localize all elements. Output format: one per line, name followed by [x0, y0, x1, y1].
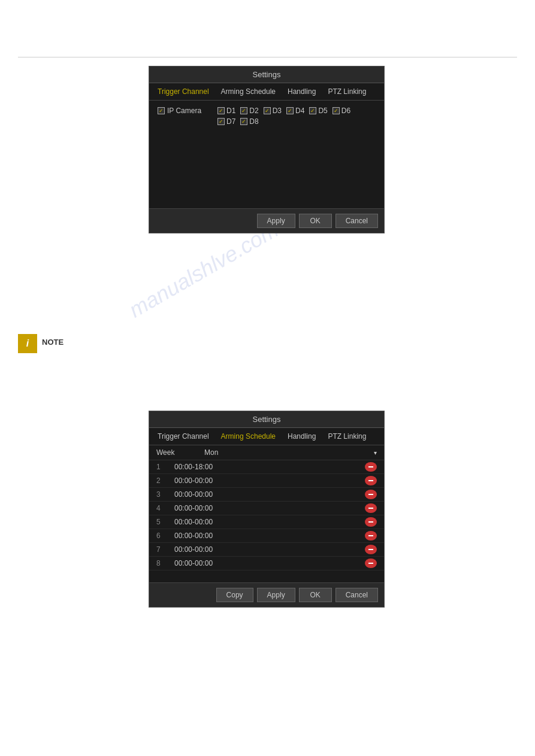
row-3-delete[interactable]	[365, 490, 377, 499]
d5-label: D5	[318, 107, 327, 115]
channel-d2: D2	[240, 107, 258, 115]
panel2-content: Week Mon ▾ 1 00:00-18:00 2 00:00-00:00 3…	[149, 445, 384, 582]
panel1-tabs: Trigger Channel Arming Schedule Handling…	[149, 83, 384, 101]
channel-d4: D4	[286, 107, 304, 115]
row-1-time[interactable]: 00:00-18:00	[174, 463, 365, 471]
row-3-num: 3	[156, 490, 174, 499]
tab-handling[interactable]: Handling	[285, 86, 318, 97]
ip-camera-row: IP Camera D1 D2 D3 D4	[158, 107, 376, 115]
schedule-row-1: 1 00:00-18:00	[149, 460, 384, 474]
row-6-time[interactable]: 00:00-00:00	[174, 532, 365, 540]
channel-d8: D8	[240, 117, 258, 126]
spacer	[149, 570, 384, 582]
panel2-tabs: Trigger Channel Arming Schedule Handling…	[149, 428, 384, 445]
d8-checkbox[interactable]	[240, 118, 247, 125]
row-8-time[interactable]: 00:00-00:00	[174, 559, 365, 567]
panel2-ok-button[interactable]: OK	[299, 588, 332, 602]
row-2-num: 2	[156, 476, 174, 485]
ip-camera-label: IP Camera	[158, 107, 211, 115]
panel1-title: Settings	[149, 66, 384, 83]
panel1-ok-button[interactable]: OK	[299, 214, 332, 228]
channel-checkboxes: D1 D2 D3 D4 D5	[217, 107, 350, 115]
tab-trigger-channel[interactable]: Trigger Channel	[155, 86, 211, 97]
schedule-row-3: 3 00:00-00:00	[149, 488, 384, 502]
d5-checkbox[interactable]	[309, 107, 316, 114]
row-1-num: 1	[156, 463, 174, 471]
d2-label: D2	[249, 107, 258, 115]
schedule-row-2: 2 00:00-00:00	[149, 474, 384, 488]
panel1-footer: Apply OK Cancel	[149, 208, 384, 233]
schedule-row-5: 5 00:00-00:00	[149, 515, 384, 529]
panel2-footer: Copy Apply OK Cancel	[149, 582, 384, 607]
tab2-arming-schedule[interactable]: Arming Schedule	[219, 431, 278, 442]
panel2-copy-button[interactable]: Copy	[216, 588, 253, 602]
ip-camera-checkbox[interactable]	[158, 107, 165, 114]
week-label: Week	[156, 448, 204, 457]
tab-ptz-linking[interactable]: PTZ Linking	[325, 86, 368, 97]
tab-arming-schedule[interactable]: Arming Schedule	[219, 86, 278, 97]
panel2-cancel-button[interactable]: Cancel	[335, 588, 378, 602]
row-4-delete[interactable]	[365, 503, 377, 513]
note-icon	[18, 334, 37, 353]
row-2-delete[interactable]	[365, 476, 377, 485]
d8-label: D8	[249, 117, 258, 126]
d1-checkbox[interactable]	[217, 107, 225, 114]
channel-d5: D5	[309, 107, 327, 115]
d6-checkbox[interactable]	[333, 107, 340, 114]
tab2-handling[interactable]: Handling	[285, 431, 318, 442]
d1-label: D1	[226, 107, 235, 115]
panel1-cancel-button[interactable]: Cancel	[335, 214, 378, 228]
panel2-title: Settings	[149, 411, 384, 428]
week-value: Mon	[204, 448, 218, 457]
row-5-delete[interactable]	[365, 517, 377, 527]
settings-panel-trigger-channel: Settings Trigger Channel Arming Schedule…	[149, 66, 385, 233]
schedule-row-8: 8 00:00-00:00	[149, 557, 384, 570]
channel-d7: D7	[217, 117, 235, 126]
d3-label: D3	[273, 107, 282, 115]
d7-label: D7	[226, 117, 235, 126]
channel-d6: D6	[333, 107, 350, 115]
row-5-time[interactable]: 00:00-00:00	[174, 518, 365, 526]
d7-checkbox[interactable]	[217, 118, 225, 125]
row-8-delete[interactable]	[365, 558, 377, 568]
d2-checkbox[interactable]	[240, 107, 247, 114]
channel-d3: D3	[264, 107, 282, 115]
d3-checkbox[interactable]	[264, 107, 271, 114]
schedule-row-7: 7 00:00-00:00	[149, 543, 384, 557]
row-8-num: 8	[156, 559, 174, 567]
row-6-delete[interactable]	[365, 531, 377, 541]
week-select[interactable]: Mon ▾	[204, 448, 377, 457]
row-7-time[interactable]: 00:00-00:00	[174, 545, 365, 554]
row-3-time[interactable]: 00:00-00:00	[174, 490, 365, 499]
tab2-ptz-linking[interactable]: PTZ Linking	[325, 431, 368, 442]
row-4-time[interactable]: 00:00-00:00	[174, 504, 365, 512]
row-7-num: 7	[156, 545, 174, 554]
schedule-row-4: 4 00:00-00:00	[149, 502, 384, 515]
panel1-apply-button[interactable]: Apply	[257, 214, 295, 228]
row-2-time[interactable]: 00:00-00:00	[174, 476, 365, 485]
note-section: NOTE	[18, 334, 64, 353]
row-6-num: 6	[156, 532, 174, 540]
schedule-row-6: 6 00:00-00:00	[149, 529, 384, 543]
settings-panel-arming-schedule: Settings Trigger Channel Arming Schedule…	[149, 411, 385, 608]
schedule-week-row: Week Mon ▾	[149, 445, 384, 460]
d4-label: D4	[295, 107, 304, 115]
ip-camera-text: IP Camera	[167, 107, 201, 115]
d4-checkbox[interactable]	[286, 107, 294, 114]
note-label: NOTE	[42, 334, 64, 347]
row-1-delete[interactable]	[365, 462, 377, 472]
tab2-trigger-channel[interactable]: Trigger Channel	[155, 431, 211, 442]
week-dropdown-arrow: ▾	[374, 450, 377, 456]
panel1-content: IP Camera D1 D2 D3 D4	[149, 101, 384, 208]
row-5-num: 5	[156, 518, 174, 526]
row-4-num: 4	[156, 504, 174, 512]
channel-d1: D1	[217, 107, 235, 115]
top-divider	[18, 57, 517, 57]
row-7-delete[interactable]	[365, 545, 377, 554]
d6-label: D6	[341, 107, 350, 115]
panel2-apply-button[interactable]: Apply	[257, 588, 295, 602]
